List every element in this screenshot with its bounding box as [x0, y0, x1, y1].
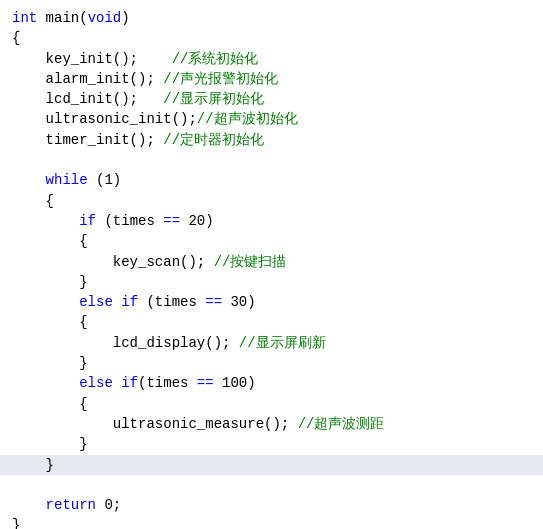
- code-token-plain: {: [12, 231, 88, 251]
- code-token-kw: else if: [79, 292, 138, 312]
- code-token-plain: {: [12, 394, 88, 414]
- code-token-plain: {: [12, 28, 20, 48]
- code-line: }: [0, 353, 543, 373]
- code-token-plain: 100): [214, 373, 256, 393]
- code-line: ultrasonic_init();//超声波初始化: [0, 109, 543, 129]
- code-token-comment: //声光报警初始化: [163, 69, 278, 89]
- code-token-kw: void: [88, 8, 122, 28]
- code-token-plain: [12, 373, 79, 393]
- code-token-comment: //显示屏刷新: [239, 333, 326, 353]
- code-line: timer_init(); //定时器初始化: [0, 130, 543, 150]
- code-editor: int main(void){ key_init(); //系统初始化 alar…: [0, 0, 543, 529]
- code-token-plain: }: [12, 455, 54, 475]
- code-token-plain: timer_init();: [12, 130, 163, 150]
- code-token-kw: return: [46, 495, 96, 515]
- code-line: alarm_init(); //声光报警初始化: [0, 69, 543, 89]
- code-line: }: [0, 515, 543, 529]
- code-line: }: [0, 272, 543, 292]
- code-line: {: [0, 312, 543, 332]
- code-token-plain: [12, 211, 79, 231]
- code-token-plain: {: [12, 312, 88, 332]
- code-token-plain: lcd_init();: [12, 89, 138, 109]
- code-line: [0, 475, 543, 495]
- code-line: }: [0, 455, 543, 475]
- code-token-plain: (times: [138, 373, 197, 393]
- code-line: lcd_init(); //显示屏初始化: [0, 89, 543, 109]
- code-token-plain: ): [121, 8, 129, 28]
- code-token-plain: 0;: [96, 495, 121, 515]
- code-token-plain: }: [12, 353, 88, 373]
- code-token-plain: 30): [222, 292, 256, 312]
- code-token-kw: int: [12, 8, 37, 28]
- code-token-plain: key_scan();: [12, 252, 214, 272]
- code-line: {: [0, 28, 543, 48]
- code-token-plain: ultrasonic_init();: [12, 109, 197, 129]
- code-token-plain: 20): [180, 211, 214, 231]
- code-token-plain: }: [12, 434, 88, 454]
- code-token-plain: (1): [88, 170, 122, 190]
- code-token-comment: //超声波初始化: [197, 109, 298, 129]
- code-token-comment: //超声波测距: [298, 414, 385, 434]
- code-token-comment: //显示屏初始化: [138, 89, 264, 109]
- code-token-plain: }: [12, 272, 88, 292]
- code-token-kw: ==: [197, 373, 214, 393]
- code-line: key_init(); //系统初始化: [0, 49, 543, 69]
- code-line: {: [0, 191, 543, 211]
- code-line: [0, 150, 543, 170]
- code-line: ultrasonic_measure(); //超声波测距: [0, 414, 543, 434]
- code-token-plain: [12, 292, 79, 312]
- code-token-comment: //系统初始化: [138, 49, 258, 69]
- code-token-plain: key_init();: [12, 49, 138, 69]
- code-line: key_scan(); //按键扫描: [0, 252, 543, 272]
- code-token-plain: (times: [96, 211, 163, 231]
- code-token-comment: //定时器初始化: [163, 130, 264, 150]
- code-line: else if (times == 30): [0, 292, 543, 312]
- code-line: else if(times == 100): [0, 373, 543, 393]
- code-token-plain: lcd_display();: [12, 333, 239, 353]
- code-line: return 0;: [0, 495, 543, 515]
- code-token-plain: }: [12, 515, 20, 529]
- code-token-kw: if: [79, 211, 96, 231]
- code-token-kw: else if: [79, 373, 138, 393]
- code-line: }: [0, 434, 543, 454]
- code-token-kw: ==: [163, 211, 180, 231]
- code-line: lcd_display(); //显示屏刷新: [0, 333, 543, 353]
- code-line: {: [0, 394, 543, 414]
- code-token-plain: main(: [37, 8, 87, 28]
- code-token-kw: while: [46, 170, 88, 190]
- code-line: if (times == 20): [0, 211, 543, 231]
- code-token-plain: alarm_init();: [12, 69, 163, 89]
- code-line: while (1): [0, 170, 543, 190]
- code-token-plain: [12, 170, 46, 190]
- code-token-comment: //按键扫描: [214, 252, 287, 272]
- code-token-plain: {: [12, 191, 54, 211]
- code-token-plain: ultrasonic_measure();: [12, 414, 298, 434]
- code-token-plain: [12, 495, 46, 515]
- code-line: {: [0, 231, 543, 251]
- code-line: int main(void): [0, 8, 543, 28]
- code-token-plain: (times: [138, 292, 205, 312]
- code-token-kw: ==: [205, 292, 222, 312]
